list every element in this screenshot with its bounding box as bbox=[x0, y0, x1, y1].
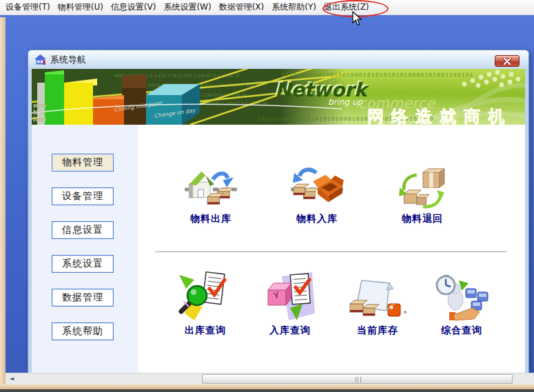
shortcut-label: 综合查询 bbox=[424, 324, 500, 337]
shortcut-label: 物料入库 bbox=[276, 213, 358, 225]
shortcut-label: 出库查询 bbox=[167, 324, 243, 337]
menu-item-exit-system[interactable]: 退出系统(Z) bbox=[324, 0, 369, 14]
sidebar-button-system-help[interactable]: 系统帮助 bbox=[52, 322, 114, 340]
shortcut-label: 入库查询 bbox=[252, 324, 328, 337]
comprehensive-query-icon bbox=[434, 274, 489, 323]
shortcut-material-out[interactable]: 物料出库 bbox=[170, 166, 252, 225]
sidebar-button-info-settings[interactable]: 信息设置 bbox=[52, 221, 114, 239]
window-frame-left bbox=[0, 17, 6, 384]
horizontal-scrollbar[interactable]: ◄ bbox=[6, 373, 534, 384]
sidebar-button-material-management[interactable]: 物料管理 bbox=[52, 154, 114, 172]
outbound-query-icon bbox=[178, 271, 233, 323]
system-navigation-window: 系统导航 bbox=[28, 50, 529, 373]
menu-item-info-settings[interactable]: 信息设置(V) bbox=[111, 0, 156, 14]
screen: 设备管理(T) 物料管理(U) 信息设置(V) 系统设置(W) 数据管理(X) … bbox=[0, 0, 534, 392]
inbound-query-icon bbox=[263, 271, 318, 323]
svg-text:ope: ope bbox=[33, 102, 46, 109]
material-in-icon bbox=[290, 167, 344, 212]
banner: 688 1.020 656 7.3 3.418 1.78 C1 870 3.25… bbox=[32, 69, 525, 125]
sidebar-button-device-management[interactable]: 设备管理 bbox=[52, 187, 114, 205]
sidebar: 物料管理 设备管理 信息设置 系统设置 数据管理 系统帮助 bbox=[32, 125, 138, 373]
shortcut-label: 当前库存 bbox=[340, 324, 415, 337]
window-title: 系统导航 bbox=[50, 54, 86, 66]
menu-item-system-settings[interactable]: 系统设置(W) bbox=[163, 0, 211, 14]
banner-slogan-text: 网络造就商机 bbox=[367, 107, 512, 125]
current-stock-icon bbox=[348, 279, 407, 323]
shortcut-comprehensive-query[interactable]: 综合查询 bbox=[424, 269, 500, 337]
scrollbar-thumb[interactable] bbox=[202, 374, 513, 384]
svg-text:tria: tria bbox=[33, 109, 45, 116]
shortcut-current-stock[interactable]: 当前库存 bbox=[340, 269, 415, 337]
shortcut-material-in[interactable]: 物料入库 bbox=[276, 166, 358, 225]
menu-item-material-management[interactable]: 物料管理(U) bbox=[58, 0, 103, 14]
close-button[interactable] bbox=[495, 55, 520, 67]
shortcut-inbound-query[interactable]: 入库查询 bbox=[252, 269, 328, 337]
home-icon bbox=[34, 54, 46, 65]
material-out-icon bbox=[184, 167, 238, 212]
menu-item-device-management[interactable]: 设备管理(T) bbox=[6, 0, 50, 14]
main-area: 物料出库 bbox=[138, 125, 525, 373]
close-icon bbox=[503, 58, 511, 65]
shortcut-outbound-query[interactable]: 出库查询 bbox=[167, 269, 243, 337]
scroll-left-button[interactable]: ◄ bbox=[6, 374, 18, 384]
screen-bottom-edge bbox=[0, 389, 534, 392]
banner-image: 688 1.020 656 7.3 3.418 1.78 C1 870 3.25… bbox=[32, 69, 525, 125]
sidebar-button-system-settings[interactable]: 系统设置 bbox=[52, 255, 114, 273]
svg-text:ium: ium bbox=[33, 116, 46, 123]
menu-item-system-help[interactable]: 系统帮助(Y) bbox=[271, 0, 316, 14]
titlebar[interactable]: 系统导航 bbox=[28, 50, 528, 69]
scrollbar-grip bbox=[356, 377, 361, 382]
shortcut-label: 物料退回 bbox=[381, 213, 464, 225]
window-frame-bottom bbox=[0, 384, 534, 389]
material-return-icon bbox=[396, 167, 449, 212]
sidebar-button-data-management[interactable]: 数据管理 bbox=[52, 289, 114, 307]
mdi-background: 系统导航 bbox=[0, 15, 534, 392]
section-divider bbox=[155, 251, 506, 253]
menu-bar: 设备管理(T) 物料管理(U) 信息设置(V) 系统设置(W) 数据管理(X) … bbox=[0, 0, 534, 15]
shortcut-label: 物料出库 bbox=[170, 213, 252, 225]
menu-item-data-management[interactable]: 数据管理(X) bbox=[219, 0, 265, 14]
shortcut-material-return[interactable]: 物料退回 bbox=[381, 166, 464, 225]
